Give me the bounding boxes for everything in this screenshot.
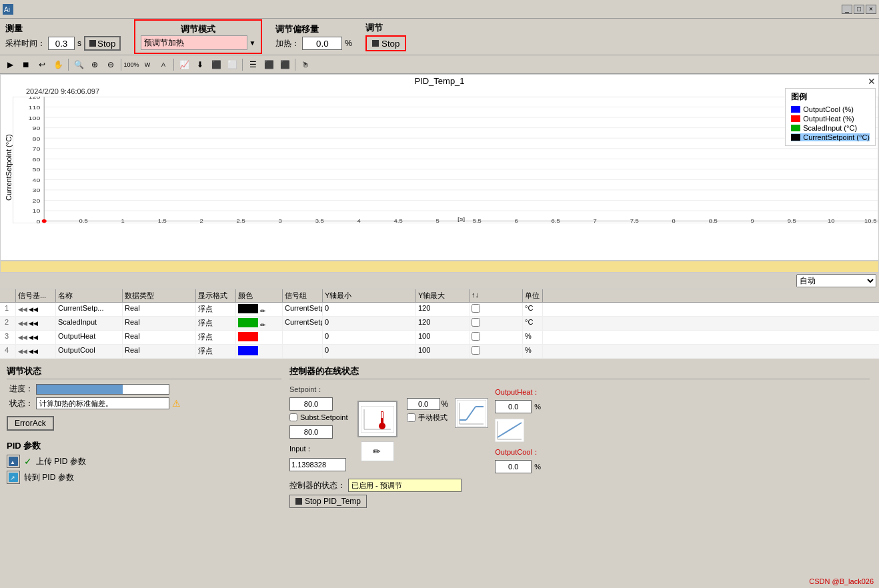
goto-pid-label[interactable]: 转到 PID 参数 — [24, 472, 74, 483]
manual-mode-label: 手动模式 — [418, 413, 448, 423]
error-ack-button[interactable]: ErrorAck — [7, 416, 54, 431]
row-icons-1: ◀◀ ◀◀ — [16, 303, 56, 316]
measure-section: 测量 采样时间： s Stop — [5, 23, 121, 51]
toolbar-play-button[interactable]: ▶ — [3, 57, 17, 72]
row-name-2: ScaledInput — [56, 317, 123, 330]
toolbar-a-button[interactable]: A — [156, 57, 171, 72]
chart-container: PID_Temp_1 ✕ 图例 OutputCool (%) OutputHea… — [0, 74, 879, 261]
toolbar-extra-btn[interactable]: 🖱 — [298, 57, 313, 72]
adjust-stop-button[interactable]: Stop — [365, 35, 406, 51]
row-num-2: 2 — [3, 317, 16, 330]
pct1-input[interactable] — [407, 398, 440, 410]
svg-text:6.5: 6.5 — [552, 219, 561, 223]
row-unit-2: °C — [523, 317, 543, 330]
output-section: OutputHeat： % OutputCoo — [495, 387, 541, 473]
ctrl-state-value: 已启用 - 预调节 — [348, 479, 462, 492]
output-cool-pct: % — [495, 460, 541, 473]
toolbar-resize-btn2[interactable]: ⬜ — [225, 57, 239, 72]
svg-text:Ai: Ai — [4, 6, 10, 13]
upload-pid-icon[interactable]: ▲ — [7, 455, 20, 468]
legend-item-heat[interactable]: OutputHeat (%) — [791, 115, 870, 123]
table-row: 3 ◀◀ ◀◀ OutputHeat Real 浮点 0 100 % — [0, 331, 879, 345]
measure-stop-button[interactable]: Stop — [84, 36, 121, 51]
toolbar-w-button[interactable]: W — [140, 57, 155, 72]
toolbar-zoomout-button[interactable]: ⊖ — [103, 57, 118, 72]
table-row: 4 ◀◀ ◀◀ OutputCool Real 浮点 0 100 % — [0, 345, 879, 359]
legend-color-scaled — [791, 125, 800, 131]
toolbar-zoomin-button[interactable]: ⊕ — [87, 57, 102, 72]
toolbar-hand-button[interactable]: ✋ — [51, 57, 65, 72]
upload-pid-label[interactable]: 上传 PID 参数 — [36, 456, 86, 467]
output-cool-input[interactable] — [495, 460, 532, 473]
close-button[interactable]: × — [866, 5, 876, 14]
color-swatch-4 — [238, 346, 258, 355]
green-check-icon: ✓ — [24, 456, 32, 467]
temp-chart-icon[interactable] — [357, 401, 397, 437]
row-format-2: 浮点 — [196, 317, 236, 330]
toolbar-table-btn1[interactable]: ☰ — [245, 57, 260, 72]
row-check-4[interactable] — [470, 345, 523, 358]
setpoint-input[interactable] — [289, 397, 333, 411]
auto-select[interactable]: 自动 — [796, 274, 876, 287]
controller-status-panel: 控制器的在线状态 Setpoint： Subst.Setpoint Input： — [284, 363, 875, 535]
row-check-2[interactable] — [470, 317, 523, 330]
ramp-icon[interactable] — [455, 398, 488, 428]
row-check-3[interactable] — [470, 331, 523, 344]
legend-item-setpoint[interactable]: CurrentSetpoint (°C) — [791, 133, 870, 141]
manual-mode-checkbox[interactable] — [407, 413, 415, 422]
legend-item-cool[interactable]: OutputCool (%) — [791, 105, 870, 113]
toolbar-table-btn2[interactable]: ⬛ — [261, 57, 276, 72]
toolbar-sep-3 — [173, 59, 174, 71]
row-ymax-1: 120 — [416, 303, 470, 316]
measure-row: 采样时间： s Stop — [5, 36, 121, 51]
legend-item-scaled[interactable]: ScaledInput (°C) — [791, 124, 870, 132]
row-type-1: Real — [123, 303, 196, 316]
y-axis-label: CurrentSetpoint (°C) — [1, 87, 13, 247]
color-swatch-3 — [238, 332, 258, 341]
offset-input[interactable] — [302, 37, 342, 50]
row-num-4: 4 — [3, 345, 16, 358]
pid-params-section: PID 参数 ▲ ✓ 上传 PID 参数 ↗ 转到 PID 参数 — [7, 440, 281, 484]
toolbar-zoom-button[interactable]: 🔍 — [71, 57, 86, 72]
toolbar-table-btn3[interactable]: ⬛ — [277, 57, 292, 72]
th-signal: 信号基... — [16, 289, 56, 302]
row-check-1[interactable] — [470, 303, 523, 316]
subst-checkbox[interactable] — [289, 413, 297, 421]
input-value[interactable] — [289, 458, 346, 471]
row-name-3: OutputHeat — [56, 331, 123, 344]
svg-point-52 — [42, 219, 47, 223]
state-text-input[interactable] — [36, 397, 169, 409]
ctrl-state-row: 控制器的状态： 已启用 - 预调节 — [289, 479, 870, 492]
adjust-mode-section: 调节模式 预调节加热 精调加热 预调节制冷 精调制冷 ▼ — [134, 19, 262, 54]
minimize-button[interactable]: _ — [842, 5, 852, 14]
output-heat-input[interactable] — [495, 400, 532, 413]
toolbar-sep-5 — [295, 59, 295, 71]
maximize-button[interactable]: □ — [854, 5, 864, 14]
stop-pid-button[interactable]: Stop PID_Temp — [289, 495, 367, 508]
chart-close-button[interactable]: ✕ — [868, 76, 876, 87]
svg-text:0.5: 0.5 — [79, 219, 89, 223]
title-bar: Ai _ □ × — [0, 0, 879, 19]
adjust-status-panel: 调节状态 进度： 状态： ⚠ ErrorAck PID 参数 ▲ ✓ 上传 PI… — [4, 363, 284, 535]
toolbar-chart-btn2[interactable]: ⬇ — [193, 57, 207, 72]
edit-chart-icon[interactable]: ✏ — [361, 441, 394, 461]
toolbar-undo-button[interactable]: ↩ — [35, 57, 49, 72]
svg-text:5: 5 — [436, 219, 440, 223]
adjust-status-title: 调节状态 — [7, 365, 281, 379]
toolbar-100pct-button[interactable]: 100% — [124, 57, 139, 72]
toolbar-stop-button[interactable]: ⏹ — [19, 57, 33, 72]
row-ymax-2: 120 — [416, 317, 470, 330]
output-cool-row: OutputCool： — [495, 447, 541, 457]
chart-timestamp: 2024/2/20 9:46:06.097 — [26, 87, 99, 95]
adjust-mode-select[interactable]: 预调节加热 精调加热 预调节制冷 精调制冷 — [141, 35, 247, 50]
toolbar-resize-btn[interactable]: ⬛ — [209, 57, 223, 72]
table-header: 信号基... 名称 数据类型 显示格式 颜色 信号组 Y轴最小 Y轴最大 ↑↓ … — [0, 289, 879, 303]
color-swatch-2 — [238, 318, 258, 327]
sampling-input[interactable] — [48, 37, 75, 50]
subst-input[interactable] — [289, 425, 333, 439]
toolbar-chart-btn1[interactable]: 📈 — [177, 57, 191, 72]
row-num-1: 1 — [3, 303, 16, 316]
row-format-3: 浮点 — [196, 331, 236, 344]
scroll-area[interactable] — [0, 261, 879, 273]
goto-pid-icon[interactable]: ↗ — [7, 471, 20, 484]
